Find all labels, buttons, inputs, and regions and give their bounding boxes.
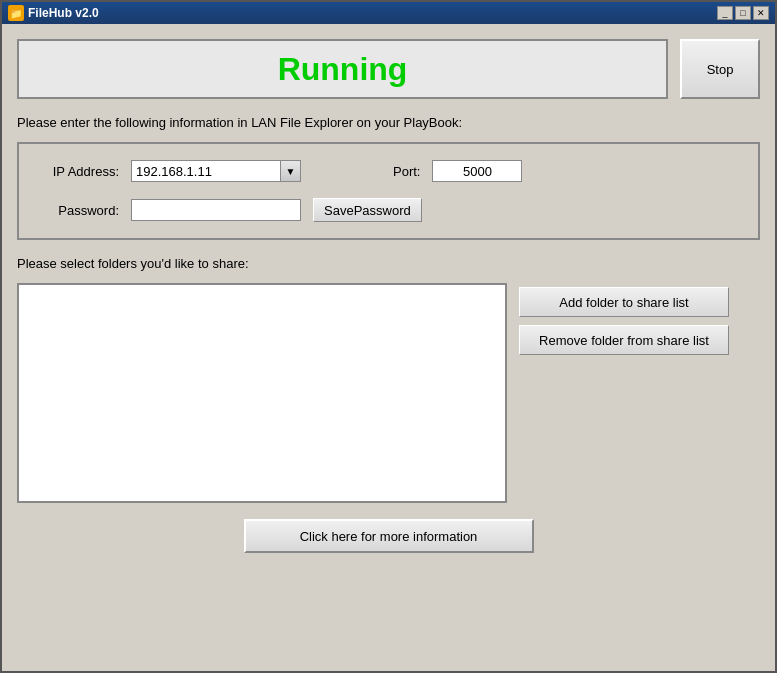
restore-button[interactable]: □ (735, 6, 751, 20)
ip-label: IP Address: (39, 164, 119, 179)
main-content: Running Stop Please enter the following … (2, 24, 775, 671)
ip-dropdown-arrow[interactable]: ▼ (281, 160, 301, 182)
window-controls: _ □ ✕ (717, 6, 769, 20)
connection-form: IP Address: ▼ Port: Password: SavePasswo… (17, 142, 760, 240)
stop-button[interactable]: Stop (680, 39, 760, 99)
bottom-section: Click here for more information (17, 519, 760, 553)
ip-combo: ▼ (131, 160, 301, 182)
folders-label: Please select folders you'd like to shar… (17, 256, 760, 271)
status-box: Running (17, 39, 668, 99)
title-bar: 📁 FileHub v2.0 _ □ ✕ (2, 2, 775, 24)
app-icon: 📁 (8, 5, 24, 21)
window-title: FileHub v2.0 (28, 6, 99, 20)
port-label: Port: (393, 164, 420, 179)
info-text: Please enter the following information i… (17, 115, 760, 130)
folder-buttons: Add folder to share list Remove folder f… (519, 283, 729, 355)
title-bar-left: 📁 FileHub v2.0 (8, 5, 99, 21)
save-password-button[interactable]: SavePassword (313, 198, 422, 222)
folders-list[interactable] (17, 283, 507, 503)
running-label: Running (278, 51, 408, 88)
ip-row: IP Address: ▼ Port: (39, 160, 738, 182)
app-window: 📁 FileHub v2.0 _ □ ✕ Running Stop Please… (0, 0, 777, 673)
add-folder-button[interactable]: Add folder to share list (519, 287, 729, 317)
password-input[interactable] (131, 199, 301, 221)
port-input[interactable] (432, 160, 522, 182)
password-row: Password: SavePassword (39, 198, 738, 222)
folders-section: Add folder to share list Remove folder f… (17, 283, 760, 503)
remove-folder-button[interactable]: Remove folder from share list (519, 325, 729, 355)
top-section: Running Stop (17, 39, 760, 99)
ip-input[interactable] (131, 160, 281, 182)
close-button[interactable]: ✕ (753, 6, 769, 20)
minimize-button[interactable]: _ (717, 6, 733, 20)
password-label: Password: (39, 203, 119, 218)
more-info-button[interactable]: Click here for more information (244, 519, 534, 553)
